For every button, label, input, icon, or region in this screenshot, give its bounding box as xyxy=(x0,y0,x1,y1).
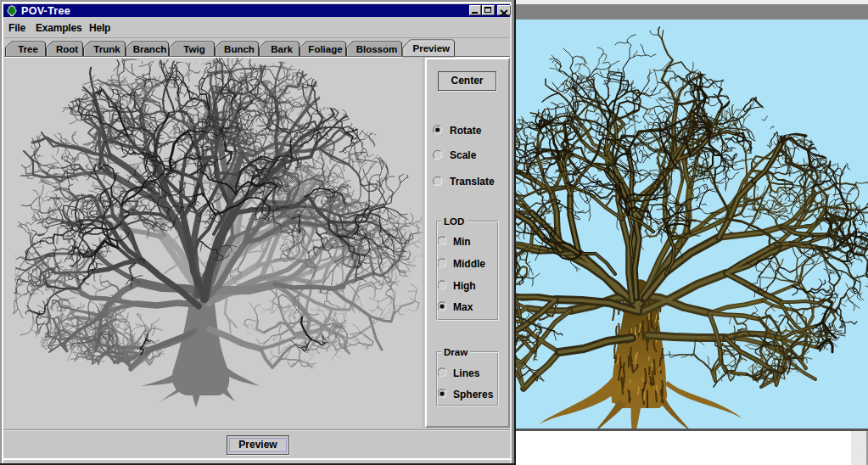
svg-text:Translate: Translate xyxy=(450,176,495,188)
svg-text:Blossom: Blossom xyxy=(356,44,398,54)
svg-text:Rotate: Rotate xyxy=(450,125,482,137)
svg-text:Bark: Bark xyxy=(271,44,293,54)
svg-text:Tree: Tree xyxy=(18,44,38,54)
svg-text:High: High xyxy=(453,280,476,292)
svg-text:Foliage: Foliage xyxy=(308,44,342,54)
svg-text:Min: Min xyxy=(453,236,471,248)
svg-text:Trunk: Trunk xyxy=(93,44,120,54)
svg-text:Twig: Twig xyxy=(183,44,204,54)
svg-text:Bunch: Bunch xyxy=(224,44,255,54)
svg-text:Root: Root xyxy=(56,44,78,54)
svg-text:Max: Max xyxy=(453,301,473,313)
svg-text:Draw: Draw xyxy=(444,347,468,357)
svg-text:Middle: Middle xyxy=(453,258,485,270)
svg-text:Spheres: Spheres xyxy=(453,389,494,401)
svg-text:Branch: Branch xyxy=(133,44,167,54)
svg-text:LOD: LOD xyxy=(444,216,464,227)
svg-text:Scale: Scale xyxy=(450,149,477,161)
svg-text:Preview: Preview xyxy=(413,43,451,53)
svg-text:Lines: Lines xyxy=(453,367,480,379)
